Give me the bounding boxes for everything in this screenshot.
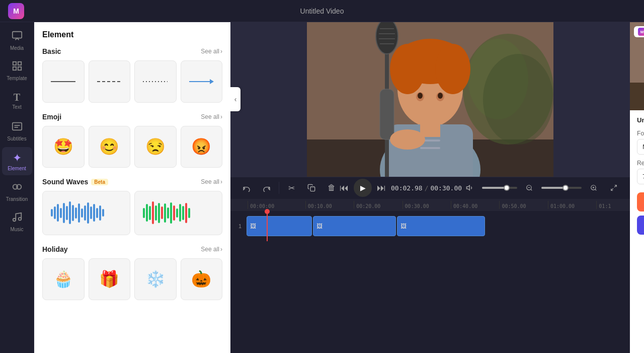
app-logo[interactable]: M <box>8 3 24 19</box>
emoji-item-4[interactable]: 😡 <box>181 126 223 168</box>
sidebar-item-label: Media <box>10 45 24 51</box>
emoji-item-1[interactable]: 🤩 <box>42 126 85 168</box>
dotted-line-preview <box>143 81 168 82</box>
beta-badge: Beta <box>91 179 108 185</box>
svg-line-43 <box>531 189 532 191</box>
basic-item-dotted-line[interactable] <box>134 60 177 103</box>
volume-button[interactable] <box>462 180 478 196</box>
resolution-label: Resolution <box>637 160 644 167</box>
sidebar-item-label: Text <box>12 104 21 110</box>
format-select[interactable]: MP4 MOV AVI GIF WebM <box>637 139 644 155</box>
sound-waves-title: Sound Waves <box>42 178 88 186</box>
sidebar-item-element[interactable]: ✦ Element <box>2 147 32 175</box>
svg-point-39 <box>390 129 425 150</box>
clip-2[interactable]: 🖼 <box>313 216 396 236</box>
zoom-slider-thumb[interactable] <box>562 185 569 191</box>
ruler-mark-1: 00:10.00 <box>305 201 354 209</box>
volume-slider-track[interactable] <box>482 187 517 189</box>
undo-button[interactable] <box>238 180 255 196</box>
template-icon <box>12 60 23 75</box>
sidebar-item-transition[interactable]: Transition <box>2 177 32 205</box>
play-button[interactable]: ▶ <box>354 179 372 197</box>
dashed-line-preview <box>97 81 122 82</box>
right-panel: M Media.io ✕ Untitled Video Format MP4 M… <box>630 22 644 353</box>
redo-button[interactable] <box>259 180 275 196</box>
basic-items-grid <box>42 60 222 103</box>
media-io-logo: M <box>638 28 644 36</box>
holiday-see-all[interactable]: See all › <box>201 246 222 253</box>
emoji-items-grid: 🤩 😊 😒 😡 <box>42 126 222 168</box>
ruler-mark-6: 01:00.00 <box>548 201 596 209</box>
holiday-item-1[interactable]: 🧁 <box>42 258 85 301</box>
sidebar-item-template[interactable]: Template <box>2 56 32 85</box>
basic-item-arrow-line[interactable] <box>181 60 223 103</box>
toolbar-left: ✂ 🗑 <box>238 180 340 196</box>
sound-waves-section-header: Sound Waves Beta See all › <box>42 178 222 186</box>
emoji-item-3[interactable]: 😒 <box>134 126 177 168</box>
basic-item-dashed-line[interactable] <box>89 60 131 103</box>
music-icon <box>12 211 23 226</box>
copy-button[interactable] <box>303 180 319 196</box>
basic-section-header: Basic See all › <box>42 47 222 55</box>
clip-3[interactable]: 🖼 <box>397 216 485 236</box>
emoji-see-all[interactable]: See all › <box>201 113 222 120</box>
timeline-ruler: 00:00:00 00:10.00 00:20.00 00:30.00 00:4… <box>230 199 630 211</box>
emoji-item-2[interactable]: 😊 <box>89 126 131 168</box>
export-preview: M Media.io ✕ <box>630 22 644 110</box>
svg-rect-1 <box>13 61 16 64</box>
sound-wave-item-1[interactable] <box>42 191 130 235</box>
svg-rect-52 <box>630 83 644 110</box>
solid-line-preview <box>51 81 75 82</box>
timeline: 00:00:00 00:10.00 00:20.00 00:30.00 00:4… <box>230 199 630 354</box>
playhead-indicator <box>265 209 270 214</box>
sidebar-item-subtitles[interactable]: Subtitles <box>2 117 32 145</box>
continue-button[interactable]: Continue <box>637 216 644 235</box>
sidebar-item-text[interactable]: T Text <box>2 87 32 115</box>
playhead[interactable] <box>267 211 268 241</box>
video-preview <box>307 22 553 177</box>
svg-rect-4 <box>18 66 21 69</box>
clip-1[interactable]: 🖼 <box>247 216 312 236</box>
ruler-mark-0: 00:00:00 <box>248 201 305 209</box>
element-icon: ✦ <box>13 152 22 165</box>
basic-item-solid-line[interactable] <box>42 60 85 103</box>
format-select-wrapper: MP4 MOV AVI GIF WebM <box>637 139 644 155</box>
remove-watermark-button[interactable]: 👑 Remove Watermark <box>637 192 644 211</box>
sound-waves-see-all[interactable]: See all › <box>201 178 222 185</box>
holiday-title: Holiday <box>42 245 68 253</box>
track-clips: 🖼 🖼 🖼 <box>247 216 630 236</box>
skip-back-button[interactable]: ⏮ <box>340 183 349 193</box>
emoji-title: Emoji <box>42 113 61 121</box>
fullscreen-button[interactable] <box>606 180 622 196</box>
cut-button[interactable]: ✂ <box>283 180 299 196</box>
track-number: 1 <box>238 223 247 229</box>
sidebar-item-music[interactable]: Music <box>2 207 32 236</box>
collapse-panel-button[interactable]: ‹ <box>230 87 240 111</box>
text-icon: T <box>14 92 20 103</box>
media-io-badge: M Media.io <box>634 26 644 37</box>
resolution-select[interactable]: 360p 480p 720p 1080p 4K <box>637 169 644 184</box>
sidebar-item-label: Transition <box>6 196 28 202</box>
basic-see-all[interactable]: See all › <box>201 48 222 55</box>
sound-wave-item-2[interactable] <box>134 191 222 235</box>
playback-bar: ✂ 🗑 ⏮ ▶ ⏭ 00:02.98 / 00:30.00 <box>230 177 630 199</box>
holiday-item-3[interactable]: ❄️ <box>134 258 177 301</box>
holiday-item-4[interactable]: 🎃 <box>181 258 223 301</box>
svg-rect-25 <box>420 147 440 149</box>
holiday-item-2[interactable]: 🎁 <box>89 258 131 301</box>
right-controls <box>462 180 622 196</box>
zoom-out-button[interactable] <box>521 180 537 196</box>
svg-point-20 <box>390 44 425 94</box>
export-buttons: 👑 Remove Watermark Continue <box>637 192 644 235</box>
left-sidebar: Media Template T Text Subtitles ✦ Elemen… <box>0 22 34 353</box>
svg-line-49 <box>614 185 616 187</box>
zoom-in-button[interactable] <box>586 180 602 196</box>
zoom-slider-track[interactable] <box>541 187 582 189</box>
sidebar-item-media[interactable]: Media <box>2 26 32 54</box>
skip-forward-button[interactable]: ⏭ <box>377 183 386 193</box>
svg-rect-40 <box>310 187 315 191</box>
delete-button[interactable]: 🗑 <box>324 180 340 196</box>
volume-slider-thumb[interactable] <box>504 185 510 191</box>
wave-bars-blue <box>51 200 122 226</box>
zoom-slider-fill <box>541 187 566 189</box>
